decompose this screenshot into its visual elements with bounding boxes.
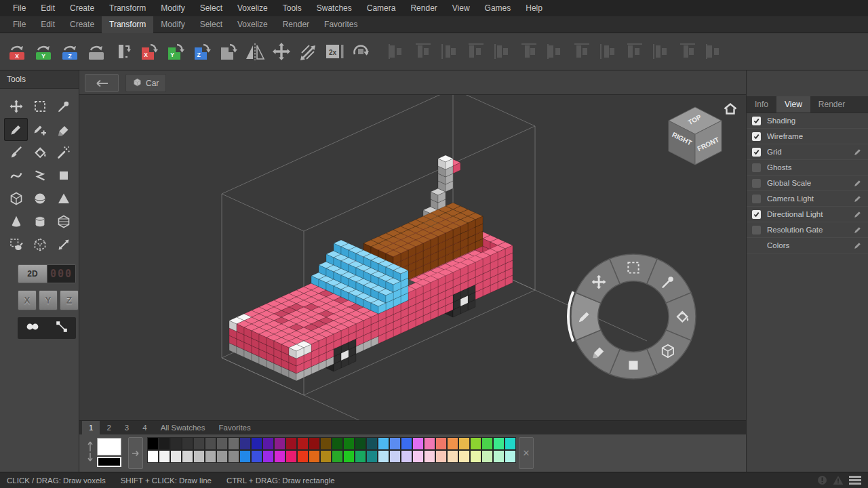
right-panel-tab-view[interactable]: View <box>776 96 810 113</box>
swatch-top-5[interactable] <box>193 437 205 450</box>
swatch-top-24[interactable] <box>412 437 424 450</box>
swatch-top-29[interactable] <box>470 437 481 450</box>
tool-pencil-add[interactable] <box>28 118 52 141</box>
edit-pencil-icon[interactable] <box>853 209 863 219</box>
menu-item-edit[interactable]: Edit <box>33 0 62 16</box>
swatch-bottom-13[interactable] <box>285 450 297 463</box>
tool-pencil[interactable] <box>4 118 28 141</box>
swatch-bottom-15[interactable] <box>309 450 320 463</box>
menu-item-tools[interactable]: Tools <box>275 0 309 16</box>
tool-extrude[interactable] <box>52 210 75 233</box>
swatch-bottom-10[interactable] <box>251 450 262 463</box>
toolbar-mirror-x-button[interactable]: X <box>138 40 161 63</box>
swatch-top-6[interactable] <box>205 437 216 450</box>
swatch-tab-favorites[interactable]: Favorites <box>212 421 257 434</box>
edit-pencil-icon[interactable] <box>853 225 863 235</box>
swatch-bottom-1[interactable] <box>147 450 159 463</box>
swatch-top-3[interactable] <box>170 437 182 450</box>
swatch-bottom-11[interactable] <box>262 450 274 463</box>
menu-item-file[interactable]: File <box>5 0 33 16</box>
submenu-item-select[interactable]: Select <box>193 16 230 33</box>
swatch-top-1[interactable] <box>147 437 159 450</box>
swatch-bottom-23[interactable] <box>401 450 412 463</box>
swatch-bottom-5[interactable] <box>193 450 205 463</box>
swatch-top-30[interactable] <box>481 437 493 450</box>
submenu-item-edit[interactable]: Edit <box>33 16 62 33</box>
submenu-item-create[interactable]: Create <box>62 16 102 33</box>
swap-colors-icon[interactable] <box>85 438 96 468</box>
tool-move[interactable] <box>4 95 28 118</box>
submenu-item-file[interactable]: File <box>5 16 33 33</box>
menu-item-view[interactable]: View <box>445 0 477 16</box>
swatch-bottom-20[interactable] <box>366 450 378 463</box>
swatch-top-26[interactable] <box>435 437 447 450</box>
right-panel-tab-info[interactable]: Info <box>747 96 776 113</box>
checkbox-camera-light[interactable] <box>752 195 761 203</box>
tool-sphere[interactable] <box>28 187 52 210</box>
swatch-top-32[interactable] <box>505 437 516 450</box>
right-panel-tab-render[interactable]: Render <box>810 96 853 113</box>
swatch-top-31[interactable] <box>493 437 505 450</box>
toolbar-move-button[interactable] <box>270 40 293 63</box>
radial-tool-menu[interactable] <box>559 242 708 391</box>
toolbar-mirror-z-button[interactable]: Z <box>191 40 214 63</box>
foreground-color-chip[interactable] <box>97 438 121 455</box>
apply-color-button[interactable] <box>128 437 143 469</box>
menu-item-camera[interactable]: Camera <box>359 0 403 16</box>
swatch-top-22[interactable] <box>389 437 401 450</box>
swatch-bottom-2[interactable] <box>159 450 170 463</box>
swatch-bottom-9[interactable] <box>239 450 251 463</box>
swatch-bottom-16[interactable] <box>320 450 332 463</box>
remove-swatch-button[interactable]: ✕ <box>519 437 534 469</box>
tool-pyramid[interactable] <box>52 187 75 210</box>
tool-paint-select[interactable] <box>4 233 28 256</box>
swatch-top-10[interactable] <box>251 437 262 450</box>
viewport-3d[interactable]: TOP RIGHT FRONT <box>79 95 746 420</box>
tool-cylinder[interactable] <box>28 210 52 233</box>
swatch-bottom-31[interactable] <box>493 450 505 463</box>
axis-z-button[interactable]: Z <box>60 290 79 310</box>
checkbox-directional-light[interactable] <box>752 210 761 219</box>
swatch-top-28[interactable] <box>458 437 470 450</box>
toolbar-rotate-z-button[interactable]: Z <box>58 40 81 63</box>
swatch-bottom-25[interactable] <box>424 450 435 463</box>
menu-item-swatches[interactable]: Swatches <box>309 0 359 16</box>
log-icon[interactable] <box>849 476 861 485</box>
home-icon[interactable] <box>724 103 737 117</box>
swatch-bottom-4[interactable] <box>182 450 193 463</box>
menu-item-games[interactable]: Games <box>477 0 519 16</box>
swatch-bottom-3[interactable] <box>170 450 182 463</box>
swatch-bottom-32[interactable] <box>505 450 516 463</box>
swatch-top-25[interactable] <box>424 437 435 450</box>
swatch-tab-all-swatches[interactable]: All Swatches <box>154 421 212 434</box>
edit-pencil-icon[interactable] <box>853 194 863 203</box>
swatch-top-17[interactable] <box>332 437 343 450</box>
menu-item-modify[interactable]: Modify <box>153 0 192 16</box>
tool-eraser[interactable] <box>52 118 75 141</box>
swatch-bottom-19[interactable] <box>355 450 366 463</box>
submenu-item-favorites[interactable]: Favorites <box>317 16 365 33</box>
menu-item-create[interactable]: Create <box>62 0 102 16</box>
menu-item-help[interactable]: Help <box>518 0 550 16</box>
swatch-bottom-6[interactable] <box>205 450 216 463</box>
swatch-top-23[interactable] <box>401 437 412 450</box>
tool-curve[interactable] <box>4 164 28 187</box>
submenu-item-render[interactable]: Render <box>275 16 317 33</box>
swatch-tab-3[interactable]: 3 <box>118 421 136 434</box>
checkbox-global-scale[interactable] <box>752 179 761 188</box>
tool-rectangle[interactable] <box>52 164 75 187</box>
tool-eyedropper[interactable] <box>52 95 75 118</box>
line-nodes-button[interactable] <box>54 319 69 337</box>
swatch-top-2[interactable] <box>159 437 170 450</box>
tool-zigzag[interactable] <box>28 164 52 187</box>
edit-pencil-icon[interactable] <box>853 241 863 250</box>
toolbar-rotate-free-button[interactable] <box>85 40 108 63</box>
info-icon[interactable] <box>817 475 827 485</box>
foreground-background-colors[interactable] <box>85 438 125 468</box>
toolbar-scale-2x-button[interactable]: 2x <box>323 40 346 63</box>
swatch-bottom-27[interactable] <box>447 450 458 463</box>
swatch-bottom-12[interactable] <box>274 450 285 463</box>
swatch-top-14[interactable] <box>297 437 309 450</box>
swatch-bottom-24[interactable] <box>412 450 424 463</box>
swatch-bottom-28[interactable] <box>458 450 470 463</box>
